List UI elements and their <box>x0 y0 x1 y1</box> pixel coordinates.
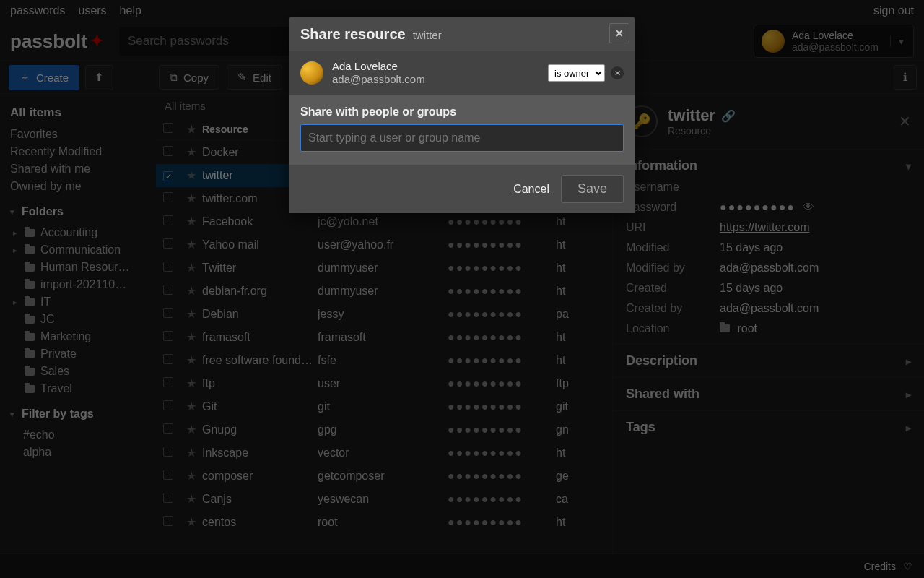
modal-overlay[interactable]: Share resource twitter ✕ Ada Lovelace ad… <box>0 0 924 578</box>
share-modal: Share resource twitter ✕ Ada Lovelace ad… <box>289 17 635 213</box>
modal-owner-row: Ada Lovelace ada@passbolt.com is owner ✕ <box>289 51 635 95</box>
share-input[interactable] <box>300 124 624 152</box>
cancel-button[interactable]: Cancel <box>513 183 549 196</box>
permission-select[interactable]: is owner <box>548 64 605 82</box>
share-with-label: Share with people or groups <box>300 105 624 118</box>
save-button[interactable]: Save <box>561 175 624 203</box>
owner-name: Ada Lovelace <box>332 60 425 73</box>
owner-email: ada@passbolt.com <box>332 73 425 86</box>
modal-resource-name: twitter <box>413 29 442 41</box>
remove-permission-icon[interactable]: ✕ <box>611 66 624 79</box>
close-icon[interactable]: ✕ <box>609 23 629 43</box>
avatar <box>300 61 323 85</box>
modal-title: Share resource <box>300 26 406 43</box>
